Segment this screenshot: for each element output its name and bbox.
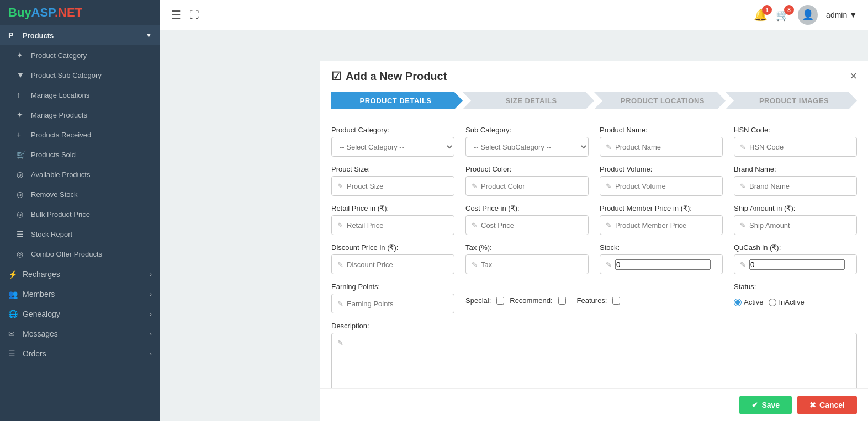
wizard-step-product-locations[interactable]: PRODUCT LOCATIONS — [594, 92, 726, 109]
logo-asp: ASP — [31, 6, 55, 19]
product-color-input[interactable] — [481, 182, 583, 190]
product-member-price-input[interactable] — [615, 221, 717, 230]
product-member-price-field[interactable]: ✎ — [600, 215, 723, 235]
inactive-label-text: InActive — [779, 298, 804, 306]
qucash-field[interactable]: ✎ — [734, 254, 857, 274]
product-name-label: Product Name: — [600, 126, 723, 134]
status-radio-row: Active InActive — [734, 295, 857, 309]
stock-input[interactable] — [615, 259, 711, 270]
sidebar-item-label: Stock Report — [31, 230, 72, 238]
earning-points-field[interactable]: ✎ — [331, 294, 454, 313]
sidebar-item-messages[interactable]: ✉ Messages › — [0, 324, 160, 344]
sidebar-messages-label: Messages — [23, 329, 58, 338]
hsn-code-field[interactable]: ✎ — [734, 137, 857, 157]
discount-price-group: Discount Price in (₹): ✎ — [331, 243, 454, 274]
active-radio-label[interactable]: Active — [734, 298, 763, 306]
recommend-label: Recommend: — [510, 296, 552, 305]
active-radio[interactable] — [734, 299, 742, 306]
sub-category-group: Sub Category: -- Select SubCategory -- — [465, 126, 589, 157]
sidebar-item-orders[interactable]: ☰ Orders › — [0, 344, 160, 364]
discount-price-input[interactable] — [347, 260, 448, 269]
product-member-price-label: Product Member Price in (₹): — [600, 204, 723, 212]
ship-amount-field[interactable]: ✎ — [734, 215, 857, 235]
checkboxes-row: Special: Recommend: Features: — [465, 294, 723, 307]
messages-icon: ✉ — [8, 329, 18, 338]
retail-price-group: Retail Price in (₹): ✎ — [331, 204, 454, 235]
sidebar-item-combo-offer-products[interactable]: ◎ Combo Offer Products — [0, 244, 160, 264]
sidebar-item-available-products[interactable]: ◎ Available Products — [0, 164, 160, 184]
logo-buy: Buy — [8, 6, 31, 19]
modal-title-icon: ☑ — [331, 70, 341, 83]
save-label: Save — [761, 401, 780, 409]
retail-price-input[interactable] — [347, 221, 448, 230]
sidebar-item-product-category[interactable]: ✦ Product Category — [0, 45, 160, 65]
sub-category-select[interactable]: -- Select SubCategory -- — [465, 137, 589, 157]
sidebar-members-label: Members — [23, 290, 55, 299]
edit-icon: ✎ — [472, 182, 478, 190]
features-label: Features: — [577, 296, 607, 305]
inactive-radio-label[interactable]: InActive — [769, 298, 804, 306]
members-icon: 👥 — [8, 290, 18, 299]
description-box[interactable]: ✎ — [331, 333, 857, 388]
gear-icon: ✦ — [17, 110, 27, 119]
sidebar-item-product-sub-category[interactable]: ▼ Product Sub Category — [0, 65, 160, 85]
product-color-field[interactable]: ✎ — [465, 176, 589, 196]
modal-header: ☑ Add a New Product × — [320, 61, 868, 92]
sidebar-item-products-sold[interactable]: 🛒 Products Sold — [0, 145, 160, 164]
modal-close-button[interactable]: × — [850, 69, 857, 83]
sidebar-item-manage-products[interactable]: ✦ Manage Products — [0, 105, 160, 125]
tax-field[interactable]: ✎ — [465, 254, 589, 274]
sidebar-item-recharges[interactable]: ⚡ Recharges › — [0, 264, 160, 284]
discount-price-field[interactable]: ✎ — [331, 254, 454, 274]
product-name-group: Product Name: ✎ — [600, 126, 723, 157]
notification-button[interactable]: 🔔 1 — [754, 8, 768, 22]
wizard-step-size-details[interactable]: SIZE DETAILS — [463, 92, 594, 109]
product-volume-field[interactable]: ✎ — [600, 176, 723, 196]
wizard-step-product-details[interactable]: PRODUCT DETAILS — [331, 92, 463, 109]
qucash-label: QuCash in (₹): — [734, 243, 857, 252]
earning-points-input[interactable] — [347, 300, 448, 308]
product-name-input[interactable] — [615, 143, 717, 151]
add-product-modal: ☑ Add a New Product × PRODUCT DETAILS SI… — [320, 61, 868, 421]
brand-name-input[interactable] — [749, 182, 851, 190]
cost-price-field[interactable]: ✎ — [465, 215, 589, 235]
retail-price-field[interactable]: ✎ — [331, 215, 454, 235]
description-textarea[interactable] — [337, 350, 851, 388]
brand-name-label: Brand Name: — [734, 165, 857, 173]
hsn-code-input[interactable] — [749, 143, 851, 151]
product-size-input[interactable] — [347, 182, 448, 190]
product-category-select[interactable]: -- Select Category -- — [331, 137, 454, 157]
sidebar-item-members[interactable]: 👥 Members › — [0, 284, 160, 304]
product-volume-input[interactable] — [615, 182, 717, 190]
wizard-step-label: PRODUCT LOCATIONS — [594, 92, 726, 109]
wizard-step-label: PRODUCT DETAILS — [331, 92, 463, 109]
sidebar-item-bulk-product-price[interactable]: ◎ Bulk Product Price — [0, 204, 160, 224]
product-name-field[interactable]: ✎ — [600, 137, 723, 157]
sidebar-item-products[interactable]: P Products ▼ — [0, 25, 160, 45]
hamburger-button[interactable]: ☰ — [171, 8, 181, 22]
expand-button[interactable]: ⛶ — [189, 9, 199, 21]
product-size-field[interactable]: ✎ — [331, 176, 454, 196]
save-button[interactable]: ✔ Save — [739, 396, 792, 414]
sidebar-item-manage-locations[interactable]: ↑ Manage Locations — [0, 85, 160, 105]
brand-name-field[interactable]: ✎ — [734, 176, 857, 196]
sidebar-item-products-received[interactable]: + Products Received — [0, 125, 160, 145]
stock-field[interactable]: ✎ — [600, 254, 723, 274]
features-checkbox[interactable] — [612, 297, 620, 305]
sidebar-item-genealogy[interactable]: 🌐 Genealogy › — [0, 304, 160, 324]
tax-input[interactable] — [481, 260, 583, 269]
special-checkbox[interactable] — [496, 297, 504, 305]
sidebar-item-stock-report[interactable]: ☰ Stock Report — [0, 224, 160, 244]
cancel-button[interactable]: ✖ Cancel — [797, 396, 857, 414]
qucash-input[interactable] — [749, 259, 845, 270]
admin-menu[interactable]: admin ▼ — [826, 10, 857, 19]
wizard-step-product-images[interactable]: PRODUCT IMAGES — [726, 92, 857, 109]
cost-price-input[interactable] — [481, 221, 583, 230]
logo-net: .NET — [55, 6, 82, 19]
inactive-radio[interactable] — [769, 299, 776, 306]
sidebar-item-remove-stock[interactable]: ◎ Remove Stock — [0, 184, 160, 204]
cart-button[interactable]: 🛒 8 — [776, 8, 790, 22]
recommend-checkbox[interactable] — [558, 297, 566, 305]
ship-amount-input[interactable] — [749, 221, 851, 230]
product-size-group: Prouct Size: ✎ — [331, 165, 454, 196]
